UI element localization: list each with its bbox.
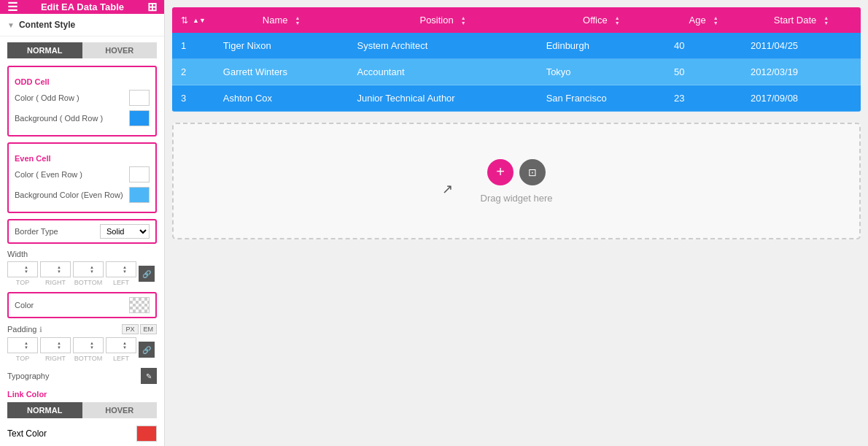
pad-bottom-down[interactable]: ▼ <box>90 345 94 350</box>
width-right-spinner: ▲ ▼ RIGHT <box>40 261 71 286</box>
padding-right-arrows: ▲ ▼ <box>57 337 61 353</box>
section-header[interactable]: ▼ Content Style <box>0 14 164 36</box>
padding-link-btn[interactable]: 🔗 <box>139 342 155 358</box>
pad-right-down[interactable]: ▼ <box>57 345 61 350</box>
width-left-box: ▲ ▼ <box>106 261 136 277</box>
th-icon-arrows: ⇅ <box>181 15 188 26</box>
link-hover-btn[interactable]: HOVER <box>82 402 158 418</box>
th-age-label: Age <box>689 15 706 26</box>
width-left-down[interactable]: ▼ <box>123 269 127 274</box>
th-name-sort[interactable]: ▲▼ <box>295 15 301 26</box>
th-num[interactable]: ⇅ ▲▼ <box>172 7 214 33</box>
border-type-select[interactable]: Solid Dashed Dotted None <box>100 224 150 239</box>
odd-color-row: Color ( Odd Row ) <box>15 90 150 106</box>
padding-top-spinner: ▲ ▼ TOP <box>7 337 38 362</box>
cell-office-3: San Francisco <box>538 85 665 112</box>
th-age[interactable]: Age ▲▼ <box>665 7 742 33</box>
width-bottom-box: ▲ ▼ <box>73 261 104 277</box>
drop-zone-buttons: + ⊡ <box>487 159 546 185</box>
cell-age-3: 23 <box>665 85 742 112</box>
hover-toggle-btn[interactable]: HOVER <box>82 42 158 58</box>
top-bar-title: Edit EA Data Table <box>41 1 124 12</box>
padding-left-input[interactable] <box>106 342 123 350</box>
th-position-label: Position <box>419 15 453 26</box>
width-bottom-arrows: ▲ ▼ <box>90 261 94 277</box>
cell-position-1: System Architect <box>349 33 538 59</box>
even-cell-section: Even Cell Color ( Even Row ) Background … <box>7 142 157 213</box>
color-section-label: Color <box>15 301 34 309</box>
top-bar: ☰ Edit EA Data Table ⊞ <box>0 0 164 14</box>
even-bg-swatch[interactable] <box>129 187 150 203</box>
left-panel: ☰ Edit EA Data Table ⊞ ▼ Content Style N… <box>0 0 165 446</box>
padding-left-box: ▲ ▼ <box>106 337 136 353</box>
right-sublabel: RIGHT <box>45 279 66 286</box>
padding-right-box: ▲ ▼ <box>40 337 71 353</box>
th-sort-icon[interactable]: ▲▼ <box>193 17 206 24</box>
th-age-sort[interactable]: ▲▼ <box>713 15 718 26</box>
width-right-down[interactable]: ▼ <box>57 269 61 274</box>
th-office[interactable]: Office ▲▼ <box>538 7 665 33</box>
cell-age-1: 40 <box>665 33 742 59</box>
cell-startdate-2: 2012/03/19 <box>742 59 861 85</box>
odd-color-swatch[interactable] <box>129 90 150 106</box>
pad-top-down[interactable]: ▼ <box>24 345 28 350</box>
text-color-swatch[interactable] <box>136 426 157 442</box>
width-left-spinner: ▲ ▼ LEFT <box>106 261 136 286</box>
th-position[interactable]: Position ▲▼ <box>349 7 538 33</box>
link-color-label: Link Color <box>7 390 157 399</box>
hamburger-icon[interactable]: ☰ <box>7 0 18 14</box>
section-arrow: ▼ <box>7 21 15 29</box>
text-color-row: Text Color <box>7 426 157 442</box>
width-bottom-down[interactable]: ▼ <box>90 269 94 274</box>
widget-type-btn[interactable]: ⊡ <box>519 159 546 185</box>
px-btn[interactable]: PX <box>122 324 138 334</box>
width-bottom-spinner: ▲ ▼ BOTTOM <box>73 261 104 286</box>
left-sublabel: LEFT <box>113 279 129 286</box>
width-top-down[interactable]: ▼ <box>24 269 28 274</box>
width-right-arrows: ▲ ▼ <box>57 261 61 277</box>
th-name-label: Name <box>263 15 288 26</box>
width-top-input[interactable] <box>8 266 24 274</box>
odd-cell-label: ODD Cell <box>15 77 150 86</box>
th-office-sort[interactable]: ▲▼ <box>615 15 620 26</box>
data-table: ⇅ ▲▼ Name ▲▼ Position ▲▼ <box>172 7 861 112</box>
width-right-input[interactable] <box>41 266 57 274</box>
width-link-btn[interactable]: 🔗 <box>139 266 155 282</box>
link-normal-btn[interactable]: NORMAL <box>7 402 82 418</box>
padding-right-spinner: ▲ ▼ RIGHT <box>40 337 71 362</box>
padding-bottom-arrows: ▲ ▼ <box>90 337 94 353</box>
padding-inputs: ▲ ▼ TOP ▲ ▼ RIGHT <box>7 337 157 362</box>
em-btn[interactable]: EM <box>140 324 158 334</box>
even-cell-label: Even Cell <box>15 154 150 163</box>
grid-icon[interactable]: ⊞ <box>147 0 157 14</box>
th-startdate-sort[interactable]: ▲▼ <box>824 15 829 26</box>
odd-bg-swatch[interactable] <box>129 110 150 126</box>
cell-startdate-3: 2017/09/08 <box>742 85 861 112</box>
padding-top-box: ▲ ▼ <box>7 337 38 353</box>
cell-office-2: Tokyo <box>538 59 665 85</box>
th-startdate[interactable]: Start Date ▲▼ <box>742 7 861 33</box>
th-name[interactable]: Name ▲▼ <box>214 7 349 33</box>
padding-label: Padding ℹ <box>7 325 42 334</box>
even-color-row: Color ( Even Row ) <box>15 166 150 182</box>
add-widget-btn[interactable]: + <box>487 159 514 185</box>
padding-left-arrows: ▲ ▼ <box>123 337 127 353</box>
typography-edit-btn[interactable]: ✎ <box>141 368 157 384</box>
normal-toggle-btn[interactable]: NORMAL <box>7 42 82 58</box>
cell-name-3: Ashton Cox <box>214 85 349 112</box>
padding-section: Padding ℹ PX EM ▲ ▼ T <box>7 324 157 362</box>
even-color-swatch[interactable] <box>129 166 150 182</box>
color-checkered-swatch[interactable] <box>129 297 150 313</box>
th-office-label: Office <box>583 15 608 26</box>
padding-right-input[interactable] <box>41 342 57 350</box>
padding-bottom-input[interactable] <box>74 342 90 350</box>
border-type-label: Border Type <box>15 227 58 236</box>
padding-top-input[interactable] <box>8 342 24 350</box>
th-position-sort[interactable]: ▲▼ <box>461 15 466 26</box>
width-left-input[interactable] <box>106 266 123 274</box>
width-bottom-input[interactable] <box>74 266 90 274</box>
pad-left-down[interactable]: ▼ <box>123 345 127 350</box>
width-right-box: ▲ ▼ <box>40 261 71 277</box>
table-header-row: ⇅ ▲▼ Name ▲▼ Position ▲▼ <box>172 7 861 33</box>
right-panel: ⇅ ▲▼ Name ▲▼ Position ▲▼ <box>165 0 868 446</box>
